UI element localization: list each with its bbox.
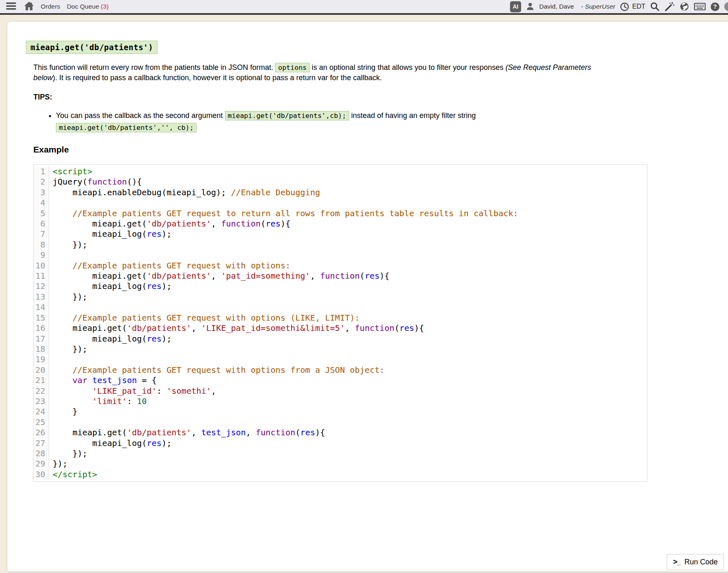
line-content: mieapi_log(res); <box>49 438 172 448</box>
doc-queue-count-badge: (3) <box>101 3 109 10</box>
line-content: //Example patients GET request with opti… <box>49 313 360 323</box>
line-content: 'limit': 10 <box>49 396 147 407</box>
topbar: Orders Doc Queue (3) AI David, Dave - Su… <box>0 0 728 15</box>
text-span: instead of having an empty filter string <box>349 111 476 120</box>
code-line[interactable]: 26 mieapi.get('db/patients', test_json, … <box>34 427 647 438</box>
hamburger-icon <box>6 2 16 12</box>
line-content: <script> <box>49 166 92 177</box>
line-number: 10 <box>34 261 49 271</box>
line-content: }); <box>49 459 67 469</box>
keyboard-icon[interactable] <box>694 2 706 11</box>
code-line[interactable]: 2jQuery(function(){ <box>34 177 647 187</box>
line-content: //Example patients GET request with opti… <box>49 365 385 375</box>
partial-clipped-icon[interactable] <box>724 2 728 11</box>
code-line[interactable]: 8 }); <box>34 240 647 250</box>
line-content: }); <box>49 240 87 250</box>
home-button[interactable] <box>24 1 34 12</box>
line-content: mieapi.enableDebug(mieapi_log); //Enable… <box>49 187 320 198</box>
code-line[interactable]: 3 mieapi.enableDebug(mieapi_log); //Enab… <box>34 187 647 198</box>
line-number: 8 <box>34 240 49 250</box>
line-number: 30 <box>34 469 49 480</box>
code-line[interactable]: 28 }); <box>34 448 647 459</box>
code-line[interactable]: 5 //Example patients GET request to retu… <box>34 208 647 219</box>
line-content: }); <box>49 292 87 302</box>
code-line[interactable]: 20 //Example patients GET request with o… <box>34 365 647 375</box>
svg-text:?: ? <box>713 3 717 10</box>
line-number: 18 <box>34 344 49 354</box>
line-number: 28 <box>34 448 49 459</box>
code-line[interactable]: 24 } <box>34 407 647 417</box>
line-content <box>49 250 58 260</box>
topbar-nav: Orders Doc Queue (3) <box>41 3 109 10</box>
code-line[interactable]: 22 'LIKE_pat_id': 'somethi', <box>34 386 647 396</box>
code-line[interactable]: 6 mieapi.get('db/patients', function(res… <box>34 219 647 229</box>
code-line[interactable]: 15 //Example patients GET request with o… <box>34 313 647 323</box>
line-content: mieapi.get('db/patients', 'pat_id=someth… <box>49 271 390 281</box>
wand-icon[interactable] <box>664 1 675 12</box>
line-content: jQuery(function(){ <box>49 177 142 187</box>
code-line[interactable]: 18 }); <box>34 344 647 354</box>
line-number: 3 <box>34 187 49 198</box>
code-line[interactable]: 12 mieapi_log(res); <box>34 281 647 291</box>
code-line[interactable]: 19 <box>34 354 647 365</box>
code-line[interactable]: 9 <box>34 250 647 260</box>
ai-badge[interactable]: AI <box>510 1 521 12</box>
home-icon <box>24 1 34 12</box>
line-content: mieapi_log(res); <box>49 229 172 239</box>
terminal-icon: >_ <box>673 558 681 566</box>
user-name[interactable]: David, Dave <box>539 3 574 10</box>
inline-code-chip: mieapi.get('db/patients','', cb); <box>56 123 197 132</box>
globe-icon[interactable] <box>679 2 689 12</box>
run-code-button[interactable]: >_ Run Code <box>667 554 724 570</box>
run-code-label: Run Code <box>684 558 718 566</box>
code-line[interactable]: 10 //Example patients GET request with o… <box>34 261 647 271</box>
line-number: 16 <box>34 323 49 333</box>
code-editor[interactable]: 1<script>2jQuery(function(){3 mieapi.ena… <box>33 164 647 482</box>
line-number: 4 <box>34 198 49 208</box>
line-content <box>49 417 58 427</box>
nav-orders[interactable]: Orders <box>41 3 60 10</box>
help-icon[interactable]: ? <box>710 2 720 12</box>
code-line[interactable]: 21 var test_json = { <box>34 375 647 386</box>
code-line[interactable]: 29}); <box>34 459 647 469</box>
code-line[interactable]: 16 mieapi.get('db/patients', 'LIKE_pat_i… <box>34 323 647 333</box>
line-content: }); <box>49 448 87 459</box>
code-line[interactable]: 17 mieapi_log(res); <box>34 334 647 344</box>
line-content: var test_json = { <box>49 375 157 386</box>
line-number: 9 <box>34 250 49 260</box>
line-number: 1 <box>34 166 49 177</box>
line-number: 7 <box>34 229 49 239</box>
line-content: mieapi.get('db/patients', function(res){ <box>49 219 290 229</box>
code-line[interactable]: 25 <box>34 417 647 427</box>
run-button-row: >_ Run Code <box>33 554 724 570</box>
line-number: 6 <box>34 219 49 229</box>
line-number: 21 <box>34 375 49 386</box>
text-span: ). It is required to pass a callback fun… <box>53 74 382 82</box>
line-content: mieapi_log(res); <box>49 334 172 344</box>
search-icon[interactable] <box>650 2 660 12</box>
code-line[interactable]: 13 }); <box>34 292 647 302</box>
line-content: mieapi.get('db/patients', 'LIKE_pat_id=s… <box>49 323 424 333</box>
doc-body: This function will return every row from… <box>33 62 647 570</box>
line-number: 12 <box>34 281 49 291</box>
doc-queue-label: Doc Queue <box>67 3 99 10</box>
intro-paragraph: This function will return every row from… <box>33 62 609 83</box>
page-title: mieapi.get('db/patients') <box>26 41 158 54</box>
code-line[interactable]: 11 mieapi.get('db/patients', 'pat_id=som… <box>34 271 647 281</box>
code-line[interactable]: 27 mieapi_log(res); <box>34 438 647 448</box>
line-number: 17 <box>34 334 49 344</box>
line-number: 27 <box>34 438 49 448</box>
code-line[interactable]: 4 <box>34 198 647 208</box>
code-line[interactable]: 14 <box>34 302 647 312</box>
line-number: 26 <box>34 427 49 438</box>
line-number: 11 <box>34 271 49 281</box>
line-content: mieapi_log(res); <box>49 281 172 291</box>
clock-icon[interactable] <box>620 2 629 12</box>
line-number: 22 <box>34 386 49 396</box>
code-line[interactable]: 23 'limit': 10 <box>34 396 647 407</box>
hamburger-menu-button[interactable] <box>6 2 16 12</box>
code-line[interactable]: 30</script> <box>34 469 647 480</box>
code-line[interactable]: 1<script> <box>34 166 647 177</box>
nav-doc-queue[interactable]: Doc Queue (3) <box>67 3 109 10</box>
code-line[interactable]: 7 mieapi_log(res); <box>34 229 647 239</box>
